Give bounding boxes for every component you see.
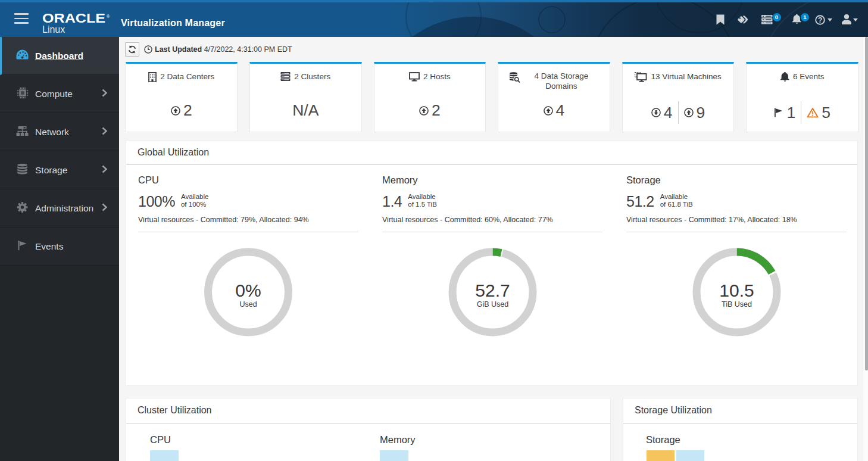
svg-text:ORACLE: ORACLE <box>42 11 105 23</box>
svg-text:®: ® <box>107 14 110 18</box>
svg-text:?: ? <box>818 16 823 24</box>
